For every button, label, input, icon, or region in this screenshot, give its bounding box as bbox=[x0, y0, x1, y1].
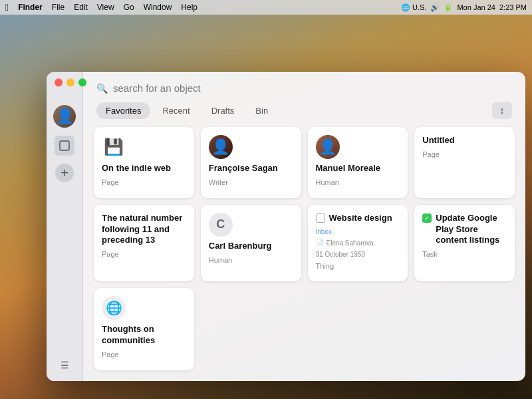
card-google-title: Update Google Play Store content listing… bbox=[436, 213, 507, 247]
main-content: 🔍 Favorites Recent Drafts Bin ↕ 💾 On the… bbox=[83, 72, 525, 381]
website-checkbox[interactable] bbox=[316, 213, 325, 223]
carl-avatar: C bbox=[209, 213, 233, 237]
francoise-avatar: 👤 bbox=[209, 135, 233, 159]
card-communities-title: Thoughts on communities bbox=[102, 324, 186, 346]
tab-drafts[interactable]: Drafts bbox=[202, 102, 244, 119]
svg-rect-0 bbox=[60, 141, 69, 150]
card-untitled-title: Untitled bbox=[422, 135, 507, 146]
cards-grid: 💾 On the indie web Page 👤 Françoise Saga… bbox=[83, 124, 525, 381]
card-francoise-type: Writer bbox=[209, 178, 293, 186]
user-avatar[interactable]: 👤 bbox=[53, 105, 76, 128]
google-checkbox[interactable]: ✓ bbox=[422, 213, 432, 223]
card-untitled-type: Page bbox=[422, 150, 507, 158]
menubar-left:  Finder File Edit View Go Window Help bbox=[5, 2, 198, 13]
maximize-button[interactable] bbox=[78, 78, 86, 86]
card-natural-number-title: The natural number following 11 and prec… bbox=[102, 213, 186, 247]
card-carl-title: Carl Barenburg bbox=[209, 241, 293, 252]
add-button[interactable]: + bbox=[55, 164, 74, 182]
search-input[interactable] bbox=[113, 82, 512, 94]
app-window: 👤 + ☰ 🔍 Favorites bbox=[47, 72, 525, 381]
card-natural-number-type: Page bbox=[102, 250, 186, 258]
card-website-meta2: 📄 Elena Saharova bbox=[316, 239, 400, 247]
page-icon: 📄 bbox=[316, 239, 324, 247]
card-manuel[interactable]: 👤 Manuel Moreale Human bbox=[308, 127, 408, 198]
card-website-design[interactable]: Website design Inbox 📄 Elena Saharova 31… bbox=[308, 205, 408, 282]
menubar-file[interactable]: File bbox=[52, 3, 65, 12]
card-manuel-type: Human bbox=[316, 178, 400, 186]
sidebar: 👤 + ☰ bbox=[47, 72, 83, 381]
menubar-lang: 🌐 U.S. bbox=[401, 3, 426, 12]
menubar-view[interactable]: View bbox=[97, 3, 114, 12]
menubar-datetime: Mon Jan 24 2:23 PM bbox=[457, 3, 527, 11]
card-indie-web-title: On the indie web bbox=[102, 163, 186, 174]
tab-favorites[interactable]: Favorites bbox=[96, 102, 150, 119]
menubar-finder[interactable]: Finder bbox=[18, 3, 43, 12]
card-natural-number[interactable]: The natural number following 11 and prec… bbox=[94, 205, 194, 282]
menubar-help[interactable]: Help bbox=[181, 3, 198, 12]
menubar-battery: 🔋 bbox=[444, 3, 453, 12]
card-francoise[interactable]: 👤 Françoise Sagan Writer bbox=[201, 127, 301, 198]
card-website-type: Thing bbox=[316, 262, 400, 270]
card-website-meta: Inbox bbox=[316, 228, 400, 235]
close-button[interactable] bbox=[55, 78, 63, 86]
menubar:  Finder File Edit View Go Window Help 🌐… bbox=[0, 0, 532, 15]
menubar-right: 🌐 U.S. 🔊 🔋 Mon Jan 24 2:23 PM bbox=[401, 3, 527, 12]
search-bar: 🔍 bbox=[83, 72, 525, 99]
communities-icon: 🌐 bbox=[102, 296, 126, 320]
card-francoise-title: Françoise Sagan bbox=[209, 163, 293, 174]
card-manuel-title: Manuel Moreale bbox=[316, 163, 400, 174]
menu-icon[interactable]: ☰ bbox=[61, 360, 69, 370]
floppy-icon: 💾 bbox=[102, 135, 126, 159]
card-google-play[interactable]: ✓ Update Google Play Store content listi… bbox=[414, 205, 515, 282]
menubar-go[interactable]: Go bbox=[124, 3, 134, 12]
card-carl[interactable]: C Carl Barenburg Human bbox=[201, 205, 301, 282]
minimize-button[interactable] bbox=[66, 78, 74, 86]
pages-icon[interactable] bbox=[55, 136, 74, 156]
manuel-avatar: 👤 bbox=[316, 135, 340, 159]
apple-menu[interactable]:  bbox=[5, 2, 9, 13]
tabs-bar: Favorites Recent Drafts Bin ↕ bbox=[83, 99, 525, 124]
inbox-label: Inbox bbox=[316, 228, 332, 235]
search-icon: 🔍 bbox=[96, 83, 108, 94]
card-google-check-row: ✓ Update Google Play Store content listi… bbox=[422, 213, 507, 247]
card-carl-type: Human bbox=[209, 256, 293, 264]
menubar-window[interactable]: Window bbox=[144, 3, 172, 12]
elena-name: Elena Saharova bbox=[327, 239, 374, 247]
card-communities[interactable]: 🌐 Thoughts on communities Page bbox=[94, 288, 194, 370]
website-date-text: 31 October 1950 bbox=[316, 251, 366, 258]
menubar-volume: 🔊 bbox=[430, 3, 440, 12]
window-controls[interactable] bbox=[55, 78, 86, 86]
menubar-edit[interactable]: Edit bbox=[74, 3, 88, 12]
tab-bin[interactable]: Bin bbox=[246, 102, 277, 119]
card-website-date: 31 October 1950 bbox=[316, 251, 400, 258]
card-indie-web-type: Page bbox=[102, 178, 186, 186]
card-google-type: Task bbox=[422, 250, 507, 258]
tab-recent[interactable]: Recent bbox=[153, 102, 199, 119]
card-indie-web[interactable]: 💾 On the indie web Page bbox=[94, 127, 194, 198]
card-communities-type: Page bbox=[102, 350, 186, 358]
card-website-title: Website design bbox=[329, 213, 392, 224]
card-website-check-row: Website design bbox=[316, 213, 400, 224]
sort-button[interactable]: ↕ bbox=[492, 102, 512, 119]
desktop:  Finder File Edit View Go Window Help 🌐… bbox=[0, 0, 532, 399]
card-untitled[interactable]: Untitled Page bbox=[414, 127, 515, 198]
sort-icon: ↕ bbox=[500, 105, 505, 116]
